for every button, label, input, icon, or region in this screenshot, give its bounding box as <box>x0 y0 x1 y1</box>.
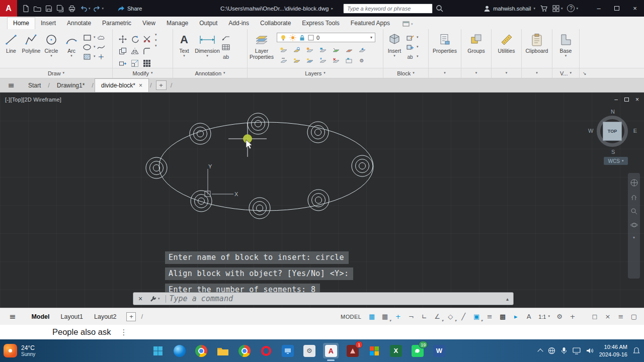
display-icon[interactable] <box>573 347 581 354</box>
array-icon[interactable] <box>142 59 151 67</box>
hatch-dropdown-icon[interactable]: ▾ <box>94 55 96 58</box>
start-button[interactable] <box>150 343 166 358</box>
command-input[interactable]: Type a command <box>170 294 233 303</box>
clean-screen-icon[interactable]: ▢ <box>628 311 640 322</box>
viewport-controls-label[interactable]: [-][Top][2D Wireframe] <box>5 97 61 103</box>
utilities-panel-caret[interactable]: ▾ <box>492 68 522 78</box>
selection-cycling-icon[interactable]: ▸ <box>510 311 522 322</box>
workspace-gear-icon[interactable]: ⚙ <box>553 311 566 322</box>
arc-dropdown-icon[interactable]: ▾ <box>70 54 72 58</box>
close-tab-icon[interactable]: × <box>139 82 142 89</box>
edge-icon[interactable] <box>172 343 187 358</box>
layer-thaw-icon[interactable] <box>292 57 301 64</box>
clipboard-panel-caret[interactable]: ▾ <box>522 68 552 78</box>
text-dropdown-icon[interactable]: ▾ <box>183 54 185 58</box>
layer-dropdown-caret-icon[interactable]: ▾ <box>370 35 372 40</box>
redo-dropdown-icon[interactable]: ▾ <box>102 7 104 11</box>
notification-app-icon[interactable]: 1 <box>345 343 360 358</box>
layer-off-icon[interactable] <box>279 46 288 54</box>
layer-match-icon[interactable] <box>331 46 340 54</box>
layer-properties-tool[interactable]: Layer Properties <box>249 31 275 60</box>
stretch-icon[interactable] <box>118 59 127 67</box>
draw-panel-label[interactable]: Draw▾ <box>0 68 113 78</box>
isolate-objects-icon[interactable]: ◻ <box>589 311 601 322</box>
properties-tool[interactable]: Properties <box>431 31 459 54</box>
microphone-icon[interactable] <box>561 347 567 354</box>
command-line[interactable]: × ▾ Type a command ▴ <box>133 292 514 305</box>
layer-merge-icon[interactable] <box>318 57 327 64</box>
ellipse-dropdown-icon[interactable]: ▾ <box>94 45 96 49</box>
text-style-icon[interactable]: ab <box>221 53 230 60</box>
tab-start[interactable]: Start <box>22 78 47 92</box>
notifications-bell-icon[interactable] <box>633 347 640 354</box>
layout-menu-icon[interactable]: ≡ <box>9 312 16 321</box>
ribbon-collapse-icon[interactable]: ↘ <box>583 71 587 76</box>
save-as-icon[interactable] <box>55 3 66 14</box>
undo-icon[interactable] <box>78 3 89 14</box>
tab-drawing1[interactable]: Drawing1* <box>51 78 91 92</box>
trim-icon[interactable] <box>142 35 151 43</box>
polar-tracking-icon[interactable]: ∠▾ <box>431 311 443 322</box>
layout2-tab[interactable]: Layout2 <box>94 313 116 320</box>
layer-lock-icon[interactable] <box>299 34 305 41</box>
more-options-icon[interactable]: ⋮ <box>120 328 128 337</box>
model-tab[interactable]: Model <box>31 313 49 320</box>
tab-add-ins[interactable]: Add-ins <box>223 18 255 29</box>
ribbon-options-icon[interactable]: ▾ <box>403 21 413 27</box>
layer-delete-icon[interactable] <box>331 57 340 64</box>
blue-app-icon[interactable] <box>280 343 295 358</box>
scale-icon[interactable] <box>130 59 139 67</box>
office-app-icon[interactable] <box>366 343 382 358</box>
annotation-scale-add-icon[interactable]: + <box>567 311 579 322</box>
point-icon[interactable] <box>97 53 106 60</box>
viewcube-west[interactable]: W <box>588 128 593 134</box>
tab-output[interactable]: Output <box>194 18 223 29</box>
tab-home[interactable]: Home <box>7 17 35 29</box>
tab-express-tools[interactable]: Express Tools <box>296 18 345 29</box>
edit-block-caret-icon[interactable]: ▾ <box>417 36 419 39</box>
command-history-toggle-icon[interactable]: ▴ <box>506 296 509 302</box>
whatsapp-icon[interactable]: 19 <box>410 343 425 358</box>
clock[interactable]: 10:46 AM 2024-09-16 <box>599 343 627 358</box>
close-button[interactable]: × <box>626 0 644 17</box>
viewcube-top-face[interactable]: TOP <box>603 122 621 140</box>
clipboard-tool[interactable]: Clipboard <box>523 31 550 54</box>
base-dropdown-icon[interactable]: ▾ <box>565 54 567 58</box>
word-icon[interactable]: W <box>431 343 447 358</box>
account-menu[interactable]: mahwish.sohail ▾ <box>484 5 535 12</box>
command-customize-menu[interactable]: ▾ <box>147 295 162 302</box>
new-file-icon[interactable] <box>20 3 31 14</box>
snap-mode-icon[interactable]: ▦▾ <box>379 311 391 322</box>
annotation-panel-label[interactable]: Annotation▾ <box>173 68 248 78</box>
plot-icon[interactable] <box>66 3 77 14</box>
new-drawing-button[interactable]: + <box>156 80 167 90</box>
layer-on-all-icon[interactable] <box>305 57 314 64</box>
tab-collaborate[interactable]: Collaborate <box>255 18 296 29</box>
annotation-monitor-icon[interactable]: A <box>523 311 535 322</box>
circle-dropdown-icon[interactable]: ▾ <box>50 54 52 58</box>
rotate-icon[interactable] <box>130 35 139 43</box>
move-icon[interactable] <box>118 35 127 43</box>
layer-freeze-sun-icon[interactable] <box>289 34 296 41</box>
groups-panel-caret[interactable]: ▾ <box>461 68 492 78</box>
transparency-icon[interactable]: ▩ <box>497 311 509 322</box>
layer-dropdown[interactable]: 0 ▾ <box>277 33 375 42</box>
viewport-restore-icon[interactable] <box>624 98 629 102</box>
leader-icon[interactable] <box>221 34 230 41</box>
pan-icon[interactable] <box>630 194 637 201</box>
drawing-viewport[interactable]: Y X [-][Top][2D Wireframe] – × N W E S T… <box>0 93 644 308</box>
layout1-tab[interactable]: Layout1 <box>61 313 83 320</box>
path-dropdown-icon[interactable]: ▸ <box>331 7 333 11</box>
infer-constraints-icon[interactable]: + <box>392 311 404 322</box>
table-icon[interactable] <box>221 43 230 51</box>
layer-prev-icon[interactable] <box>357 46 366 54</box>
search-input[interactable] <box>343 4 433 14</box>
viewcube-north[interactable]: N <box>611 109 615 115</box>
grid-display-icon[interactable]: ▦ <box>366 311 378 322</box>
ellipse-icon[interactable] <box>83 43 92 51</box>
new-layout-button[interactable]: + <box>126 312 136 321</box>
tab-view[interactable]: View <box>137 18 161 29</box>
layer-lock-tool-icon[interactable] <box>318 46 327 54</box>
create-block-icon[interactable] <box>406 43 415 51</box>
maximize-button[interactable] <box>608 0 626 17</box>
